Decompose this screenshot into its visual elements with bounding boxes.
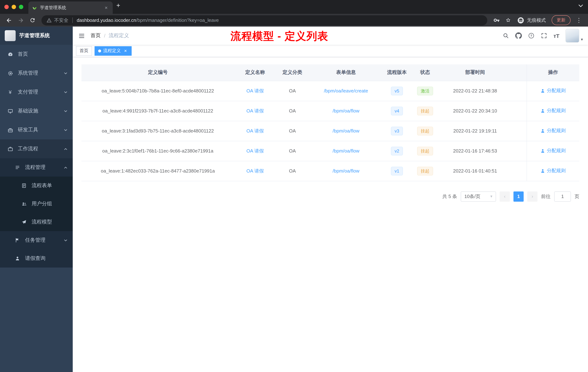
security-chip[interactable]: 不安全 xyxy=(54,17,68,23)
window-close-button[interactable] xyxy=(4,5,9,9)
logo-title: 芋道管理系统 xyxy=(19,33,50,39)
browser-menu-button[interactable]: ⋮ xyxy=(573,15,584,25)
window-minimize-button[interactable] xyxy=(12,5,16,9)
definition-name-link[interactable]: OA 请假 xyxy=(246,88,264,93)
page-1-button[interactable]: 1 xyxy=(514,191,524,201)
assign-rule-link[interactable]: 分配规则 xyxy=(540,108,566,114)
user-icon xyxy=(540,109,545,113)
font-size-icon[interactable]: тT xyxy=(554,33,559,39)
fullscreen-icon[interactable] xyxy=(541,33,547,39)
window-zoom-button[interactable] xyxy=(19,5,23,9)
tag-close-icon[interactable]: × xyxy=(123,48,128,53)
definition-id: oa_leave:3:1fad3d93-7b75-11ec-a3c8-acde4… xyxy=(102,128,214,134)
definition-category: OA xyxy=(289,108,296,114)
tag-process-definition[interactable]: 流程定义 × xyxy=(94,46,132,55)
prev-page-button[interactable]: ‹ xyxy=(500,191,510,201)
column-header: 定义名称 xyxy=(234,65,276,81)
list-icon xyxy=(15,164,20,170)
definition-name-link[interactable]: OA 请假 xyxy=(246,128,264,133)
browser-tab[interactable]: 芋道管理系统 × xyxy=(28,1,113,14)
deploy-time: 2022-01-16 17:46:53 xyxy=(453,148,497,153)
status-badge: 挂起 xyxy=(417,146,433,155)
sidebar-item-payment[interactable]: ¥ 支付管理 xyxy=(0,83,73,101)
chevron-down-icon xyxy=(64,128,68,132)
user-avatar[interactable]: ▾ xyxy=(566,29,583,43)
user-icon xyxy=(540,169,545,173)
dashboard-icon xyxy=(7,51,13,57)
sidebar-item-leave-query[interactable]: 请假查询 xyxy=(0,249,73,268)
address-bar[interactable]: 不安全 dashboard.yudao.iocoder.cn/bpm/manag… xyxy=(42,15,487,25)
bookmark-star-button[interactable] xyxy=(503,15,514,25)
url-text: dashboard.yudao.iocoder.cn/bpm/manager/d… xyxy=(77,17,219,23)
chevron-up-icon xyxy=(64,147,68,151)
tag-label: 首页 xyxy=(80,48,88,54)
definition-name-link[interactable]: OA 请假 xyxy=(246,108,264,113)
spacer-cell xyxy=(511,141,526,161)
form-link[interactable]: /bpm/oa/flow xyxy=(333,148,359,153)
reload-button[interactable] xyxy=(27,15,38,25)
spacer-cell xyxy=(511,161,526,181)
definition-table: 定义编号 定义名称 定义分类 表单信息 流程版本 状态 部署时间 操作 xyxy=(82,65,579,181)
star-icon xyxy=(505,17,511,23)
definition-name-link[interactable]: OA 请假 xyxy=(246,168,264,174)
flag-icon xyxy=(15,237,20,243)
goto-page-input[interactable] xyxy=(554,191,571,201)
page-size-value: 10条/页 xyxy=(464,193,480,200)
assign-rule-link[interactable]: 分配规则 xyxy=(540,128,566,134)
assign-rule-link[interactable]: 分配规则 xyxy=(540,148,566,154)
spacer-cell xyxy=(511,101,526,121)
status-badge: 激活 xyxy=(417,87,433,95)
new-tab-button[interactable]: + xyxy=(113,2,125,12)
status-badge: 挂起 xyxy=(417,107,433,115)
sidebar-item-infrastructure[interactable]: 基础设施 xyxy=(0,101,73,120)
form-link[interactable]: /bpm/oa/leave/create xyxy=(324,88,368,94)
chevron-down-icon xyxy=(64,238,68,242)
forward-arrow-icon xyxy=(17,17,24,23)
hamburger-icon[interactable] xyxy=(73,32,91,39)
tab-search-icon[interactable] xyxy=(578,4,583,7)
form-link[interactable]: /bpm/oa/flow xyxy=(333,128,359,134)
deploy-time: 2022-01-16 01:40:51 xyxy=(453,168,497,174)
sidebar-item-home[interactable]: 首页 xyxy=(0,45,73,64)
main-area: 首页 / 流程定义 流程模型 - 定义列表 ? xyxy=(73,27,588,372)
tag-home[interactable]: 首页 xyxy=(76,46,92,55)
version-badge: v1 xyxy=(391,166,403,175)
chevron-down-icon: ▾ xyxy=(490,194,492,199)
forward-button[interactable] xyxy=(15,15,26,25)
table-row: oa_leave:1:482ec033-762a-11ec-8477-a2380… xyxy=(82,161,579,181)
breadcrumb-home[interactable]: 首页 xyxy=(91,33,101,39)
sidebar-item-process-management[interactable]: 流程管理 xyxy=(0,158,73,176)
back-button[interactable] xyxy=(4,15,15,25)
sidebar-item-task-management[interactable]: 任务管理 xyxy=(0,231,73,249)
next-page-button[interactable]: › xyxy=(527,191,537,201)
divider xyxy=(72,17,73,23)
assign-rule-link[interactable]: 分配规则 xyxy=(540,88,566,94)
tab-close-icon[interactable]: × xyxy=(103,5,109,11)
form-link[interactable]: /bpm/oa/flow xyxy=(333,168,359,174)
form-link[interactable]: /bpm/oa/flow xyxy=(333,108,359,114)
column-header: 状态 xyxy=(410,65,440,81)
version-badge: v4 xyxy=(391,107,403,115)
user-icon xyxy=(540,149,545,153)
search-icon[interactable] xyxy=(503,33,509,39)
definition-category: OA xyxy=(289,168,296,174)
sidebar-item-workflow[interactable]: 工作流程 xyxy=(0,139,73,158)
gear-icon xyxy=(7,70,13,76)
pagination: 共 5 条 10条/页 ▾ ‹ 1 › 前往 页 xyxy=(82,191,579,201)
chevron-up-icon xyxy=(64,165,68,169)
sidebar-item-process-form[interactable]: 流程表单 xyxy=(0,176,73,195)
version-badge: v3 xyxy=(391,127,403,135)
definition-name-link[interactable]: OA 请假 xyxy=(246,148,264,153)
sidebar-item-system[interactable]: 系统管理 xyxy=(0,64,73,83)
help-icon[interactable]: ? xyxy=(528,33,535,39)
chrome-update-button[interactable]: 更新 xyxy=(552,15,571,25)
version-badge: v5 xyxy=(391,87,403,95)
sidebar-item-user-group[interactable]: 用户分组 xyxy=(0,195,73,213)
github-icon[interactable] xyxy=(515,33,522,39)
sidebar-item-dev-tools[interactable]: 研发工具 xyxy=(0,120,73,139)
deploy-time: 2022-01-22 19:19:11 xyxy=(453,128,497,134)
sidebar-item-process-model[interactable]: 流程模型 xyxy=(0,213,73,231)
password-key-button[interactable] xyxy=(491,15,502,25)
assign-rule-link[interactable]: 分配规则 xyxy=(540,168,566,174)
page-size-select[interactable]: 10条/页 ▾ xyxy=(461,191,496,201)
